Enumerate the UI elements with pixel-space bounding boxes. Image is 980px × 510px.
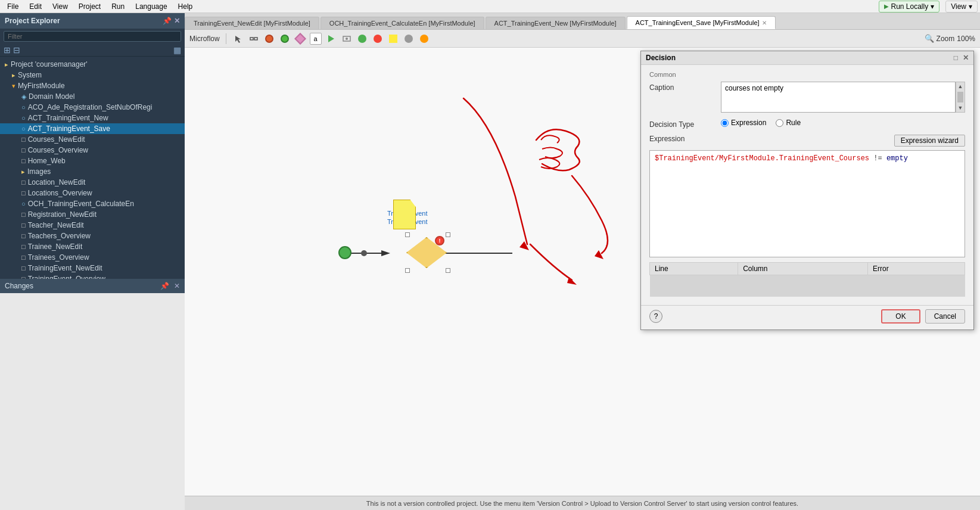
view-button[interactable]: View ▾ xyxy=(945,1,978,13)
tab-act-trainingevent-new[interactable]: ACT_TrainingEvent_New [MyFirstModule] xyxy=(486,17,626,29)
tree-item-trainee-newedit[interactable]: □ Trainee_NewEdit xyxy=(0,241,185,252)
menu-run[interactable]: Run xyxy=(107,1,129,12)
changes-close-icon[interactable]: ✕ xyxy=(174,282,180,290)
svg-marker-8 xyxy=(519,241,529,250)
tree-item-trainingevent-newedit[interactable]: □ TrainingEvent_NewEdit xyxy=(0,263,185,273)
tab-act-trainingevent-save[interactable]: ACT_TrainingEvent_Save [MyFirstModule] ✕ xyxy=(627,16,776,29)
error-table-head: Line Column Error xyxy=(650,263,965,275)
tree-item-courses-overview[interactable]: □ Courses_Overview xyxy=(0,145,185,156)
menu-file[interactable]: File xyxy=(2,1,23,12)
page-icon: □ xyxy=(21,222,26,229)
tree-item-och[interactable]: ○ OCH_TrainingEvent_CalculateEn xyxy=(0,198,185,209)
dialog-close-icon[interactable]: ✕ xyxy=(963,54,969,62)
svg-rect-1 xyxy=(254,38,257,40)
play-btn[interactable] xyxy=(325,33,337,45)
page-icon: □ xyxy=(21,254,26,261)
tree-label: Courses_Overview xyxy=(28,146,88,154)
cancel-button[interactable]: Cancel xyxy=(925,309,965,324)
section-common-label: Common xyxy=(649,71,965,78)
tree-item-teachers-overview[interactable]: □ Teachers_Overview xyxy=(0,231,185,241)
panel-pin-icon[interactable]: 📌 xyxy=(163,17,172,25)
diamond-error-badge: ! xyxy=(435,236,444,245)
tree-item-home-web[interactable]: □ Home_Web xyxy=(0,156,185,166)
menu-help[interactable]: Help xyxy=(173,1,198,12)
rule-radio-text: Rule xyxy=(786,119,801,127)
tree-item-act-save[interactable]: ○ ACT_TrainingEvent_Save xyxy=(0,123,185,134)
dialog-maximize-icon[interactable]: □ xyxy=(954,54,958,62)
orange-end-icon[interactable] xyxy=(418,33,430,45)
tree-item-trainingevent-overview[interactable]: □ TrainingEvent_Overview xyxy=(0,273,185,279)
panel-close-icon[interactable]: ✕ xyxy=(174,17,180,25)
expression-section-label: Expression xyxy=(649,135,685,143)
menu-language[interactable]: Language xyxy=(130,1,172,12)
green-circle-btn[interactable] xyxy=(279,33,291,45)
run-locally-button[interactable]: ▶ Run Locally ▾ xyxy=(879,1,940,13)
expression-box[interactable]: $TrainingEvent/MyFirstModule.TrainingEve… xyxy=(649,150,965,257)
project-explorer-title: Project Explorer xyxy=(5,17,60,25)
pink-shape-btn[interactable] xyxy=(294,33,306,45)
tree-label: Images xyxy=(27,167,51,176)
scroll-down-icon[interactable]: ▼ xyxy=(957,104,965,112)
filter-input[interactable] xyxy=(4,31,181,42)
scroll-up-icon[interactable]: ▲ xyxy=(957,82,965,91)
tree-options-icon[interactable]: ▦ xyxy=(173,45,181,55)
menu-edit[interactable]: Edit xyxy=(24,1,46,12)
status-text: This is not a version controlled project… xyxy=(366,500,798,507)
expression-radio[interactable] xyxy=(721,119,729,127)
tree-label: Home_Web xyxy=(28,157,66,165)
changes-pin-icon[interactable]: 📌 xyxy=(160,282,169,290)
tree-label: Locations_Overview xyxy=(28,189,92,197)
tree-item-aco[interactable]: ○ ACO_Ade_Registration_SetNubOfRegi xyxy=(0,102,185,113)
tree-item-act-new[interactable]: ○ ACT_TrainingEvent_New xyxy=(0,113,185,123)
yellow-status-icon[interactable] xyxy=(387,33,399,45)
svg-marker-9 xyxy=(567,277,577,285)
help-button[interactable]: ? xyxy=(649,310,662,323)
tree-item-myfirstmodule[interactable]: ▾ MyFirstModule xyxy=(0,80,185,91)
start-node[interactable] xyxy=(338,246,351,259)
tree-item-teacher-newedit[interactable]: □ Teacher_NewEdit xyxy=(0,220,185,231)
caption-control: courses not empty ▲ ▼ xyxy=(721,82,965,113)
tree-label: Trainee_NewEdit xyxy=(28,242,83,251)
menu-project[interactable]: Project xyxy=(74,1,105,12)
run-locally-dropdown-icon[interactable]: ▾ xyxy=(931,2,934,11)
gray-circle-icon[interactable] xyxy=(403,33,415,45)
tree-item-locations-overview[interactable]: □ Locations_Overview xyxy=(0,188,185,198)
tree-item-courses-newedit[interactable]: □ Courses_NewEdit xyxy=(0,134,185,145)
film-icon-btn[interactable] xyxy=(341,33,353,45)
tree-label: Domain Model xyxy=(29,92,74,101)
collapse-all-icon[interactable]: ⊟ xyxy=(13,45,20,55)
expand-icon: ▾ xyxy=(12,82,15,90)
select-tool-btn[interactable] xyxy=(232,33,244,45)
annotation-btn[interactable]: a xyxy=(310,33,322,45)
tab-och-trainingevent[interactable]: OCH_TrainingEvent_CalculateEn [MyFirstMo… xyxy=(321,17,484,29)
expand-all-icon[interactable]: ⊞ xyxy=(4,45,11,55)
green-status-icon[interactable] xyxy=(356,33,368,45)
connect-tool-btn[interactable] xyxy=(248,33,260,45)
rule-radio-label[interactable]: Rule xyxy=(776,119,801,127)
tree-item-registration-newedit[interactable]: □ Registration_NewEdit xyxy=(0,209,185,220)
expression-radio-text: Expression xyxy=(731,119,766,127)
zoom-info: 🔍 Zoom 100% xyxy=(925,34,975,43)
main-layout: Project Explorer 📌 ✕ ⊞ ⊟ ▦ ▸ Project 'co… xyxy=(0,13,980,510)
red-status-icon[interactable] xyxy=(372,33,384,45)
tree-item-project[interactable]: ▸ Project 'coursemanager' xyxy=(0,59,185,70)
expression-radio-label[interactable]: Expression xyxy=(721,119,766,127)
svg-marker-10 xyxy=(595,250,603,259)
menu-view[interactable]: View xyxy=(48,1,73,12)
canvas-area[interactable]: TrainingEvent TrainingEvent ! xyxy=(185,48,980,496)
tab-trainingevent-newedit[interactable]: TrainingEvent_NewEdit [MyFirstModule] xyxy=(185,17,319,29)
tree-item-trainees-overview[interactable]: □ Trainees_Overview xyxy=(0,252,185,263)
tree-item-location-newedit[interactable]: □ Location_NewEdit xyxy=(0,177,185,188)
tree-item-system[interactable]: ▸ System xyxy=(0,70,185,80)
expression-wizard-button[interactable]: Expression wizard xyxy=(894,135,965,147)
tree-item-domain-model[interactable]: ◈ Domain Model xyxy=(0,91,185,102)
ok-button[interactable]: OK xyxy=(881,309,920,324)
right-content: TrainingEvent_NewEdit [MyFirstModule] OC… xyxy=(185,13,980,510)
error-table-row xyxy=(650,275,965,297)
rule-radio[interactable] xyxy=(776,119,783,127)
tree-item-images[interactable]: ▸ Images xyxy=(0,166,185,177)
action-icon: ○ xyxy=(21,104,26,111)
orange-circle-btn[interactable] xyxy=(263,33,275,45)
tab-close-icon[interactable]: ✕ xyxy=(762,20,767,26)
caption-textarea[interactable]: courses not empty xyxy=(721,82,956,113)
